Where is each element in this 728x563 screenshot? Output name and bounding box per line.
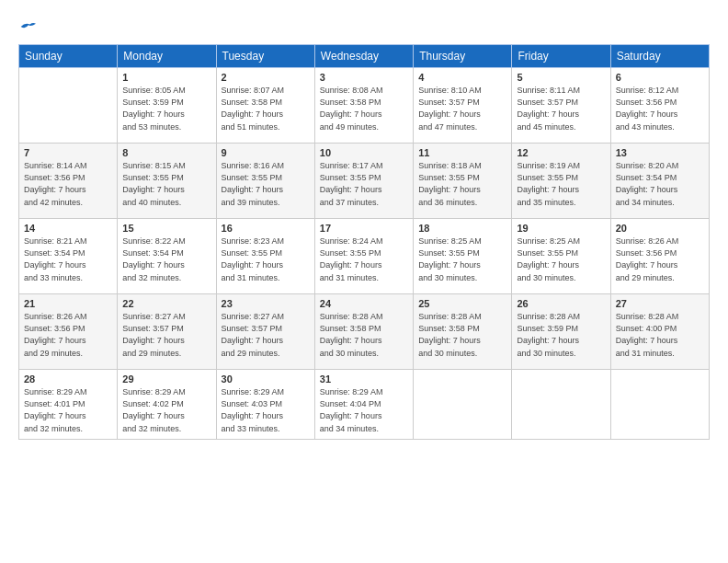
- calendar-day-cell: 4Sunrise: 8:10 AM Sunset: 3:57 PM Daylig…: [414, 68, 512, 144]
- calendar-day-cell: 21Sunrise: 8:26 AM Sunset: 3:56 PM Dayli…: [19, 294, 118, 370]
- calendar-day-cell: 30Sunrise: 8:29 AM Sunset: 4:03 PM Dayli…: [216, 370, 314, 439]
- calendar-week-row: 14Sunrise: 8:21 AM Sunset: 3:54 PM Dayli…: [19, 219, 710, 294]
- calendar-day-cell: 27Sunrise: 8:28 AM Sunset: 4:00 PM Dayli…: [610, 294, 709, 370]
- day-info: Sunrise: 8:26 AM Sunset: 3:56 PM Dayligh…: [616, 236, 704, 283]
- day-info: Sunrise: 8:25 AM Sunset: 3:55 PM Dayligh…: [517, 236, 605, 283]
- day-number: 21: [24, 298, 112, 309]
- calendar-day-cell: 13Sunrise: 8:20 AM Sunset: 3:54 PM Dayli…: [610, 144, 709, 219]
- day-info: Sunrise: 8:27 AM Sunset: 3:57 PM Dayligh…: [122, 311, 210, 359]
- day-number: 22: [122, 298, 210, 309]
- calendar-day-cell: 10Sunrise: 8:17 AM Sunset: 3:55 PM Dayli…: [314, 144, 413, 219]
- calendar-day-cell: 19Sunrise: 8:25 AM Sunset: 3:55 PM Dayli…: [512, 219, 610, 294]
- calendar-week-row: 21Sunrise: 8:26 AM Sunset: 3:56 PM Dayli…: [19, 294, 710, 370]
- day-info: Sunrise: 8:19 AM Sunset: 3:55 PM Dayligh…: [517, 160, 605, 208]
- calendar-day-header: Saturday: [610, 45, 709, 68]
- calendar-week-row: 7Sunrise: 8:14 AM Sunset: 3:56 PM Daylig…: [19, 144, 710, 219]
- day-number: 3: [320, 72, 408, 83]
- logo-bird-icon: [19, 20, 36, 33]
- day-info: Sunrise: 8:10 AM Sunset: 3:57 PM Dayligh…: [418, 85, 506, 132]
- day-info: Sunrise: 8:05 AM Sunset: 3:59 PM Dayligh…: [122, 85, 210, 132]
- calendar-day-header: Monday: [118, 45, 216, 68]
- day-number: 23: [222, 298, 310, 309]
- day-number: 14: [24, 223, 112, 234]
- calendar-day-cell: 31Sunrise: 8:29 AM Sunset: 4:04 PM Dayli…: [314, 370, 413, 439]
- calendar-week-row: 28Sunrise: 8:29 AM Sunset: 4:01 PM Dayli…: [19, 370, 710, 439]
- logo-text: [18, 17, 36, 35]
- calendar-day-header: Friday: [512, 45, 610, 68]
- day-info: Sunrise: 8:28 AM Sunset: 4:00 PM Dayligh…: [616, 311, 704, 359]
- calendar-day-cell: 25Sunrise: 8:28 AM Sunset: 3:58 PM Dayli…: [414, 294, 512, 370]
- day-number: 31: [320, 373, 408, 385]
- page: SundayMondayTuesdayWednesdayThursdayFrid…: [0, 0, 728, 563]
- calendar-day-header: Wednesday: [314, 45, 413, 68]
- day-number: 13: [616, 147, 704, 158]
- calendar-table: SundayMondayTuesdayWednesdayThursdayFrid…: [18, 44, 710, 439]
- day-info: Sunrise: 8:29 AM Sunset: 4:01 PM Dayligh…: [24, 386, 112, 434]
- calendar-day-cell: 2Sunrise: 8:07 AM Sunset: 3:58 PM Daylig…: [216, 68, 314, 144]
- calendar-day-header: Sunday: [19, 45, 118, 68]
- day-info: Sunrise: 8:28 AM Sunset: 3:58 PM Dayligh…: [418, 311, 506, 359]
- day-info: Sunrise: 8:07 AM Sunset: 3:58 PM Dayligh…: [222, 85, 310, 132]
- calendar-day-cell: 6Sunrise: 8:12 AM Sunset: 3:56 PM Daylig…: [610, 68, 709, 144]
- calendar-day-cell: 20Sunrise: 8:26 AM Sunset: 3:56 PM Dayli…: [610, 219, 709, 294]
- day-number: 15: [122, 223, 210, 234]
- day-number: 28: [24, 373, 112, 385]
- day-number: 12: [517, 147, 605, 158]
- day-number: 26: [517, 298, 605, 309]
- day-number: 25: [418, 298, 506, 309]
- calendar-header-row: SundayMondayTuesdayWednesdayThursdayFrid…: [19, 45, 710, 68]
- calendar-day-cell: 7Sunrise: 8:14 AM Sunset: 3:56 PM Daylig…: [19, 144, 118, 219]
- day-info: Sunrise: 8:28 AM Sunset: 3:58 PM Dayligh…: [320, 311, 408, 359]
- day-info: Sunrise: 8:25 AM Sunset: 3:55 PM Dayligh…: [418, 236, 506, 283]
- day-number: 19: [517, 223, 605, 234]
- day-info: Sunrise: 8:29 AM Sunset: 4:02 PM Dayligh…: [122, 386, 210, 434]
- day-number: 6: [616, 72, 704, 83]
- day-info: Sunrise: 8:17 AM Sunset: 3:55 PM Dayligh…: [320, 160, 408, 208]
- day-info: Sunrise: 8:29 AM Sunset: 4:03 PM Dayligh…: [222, 386, 310, 434]
- calendar-day-cell: 14Sunrise: 8:21 AM Sunset: 3:54 PM Dayli…: [19, 219, 118, 294]
- day-number: 30: [222, 373, 310, 385]
- calendar-week-row: 1Sunrise: 8:05 AM Sunset: 3:59 PM Daylig…: [19, 68, 710, 144]
- day-number: 5: [517, 72, 605, 83]
- day-number: 10: [320, 147, 408, 158]
- day-info: Sunrise: 8:24 AM Sunset: 3:55 PM Dayligh…: [320, 236, 408, 283]
- calendar-day-cell: 18Sunrise: 8:25 AM Sunset: 3:55 PM Dayli…: [414, 219, 512, 294]
- calendar-day-cell: 3Sunrise: 8:08 AM Sunset: 3:58 PM Daylig…: [314, 68, 413, 144]
- day-info: Sunrise: 8:20 AM Sunset: 3:54 PM Dayligh…: [616, 160, 704, 208]
- day-info: Sunrise: 8:11 AM Sunset: 3:57 PM Dayligh…: [517, 85, 605, 132]
- calendar-day-cell: 8Sunrise: 8:15 AM Sunset: 3:55 PM Daylig…: [118, 144, 216, 219]
- day-number: 29: [122, 373, 210, 385]
- day-number: 27: [616, 298, 704, 309]
- day-info: Sunrise: 8:14 AM Sunset: 3:56 PM Dayligh…: [24, 160, 112, 208]
- day-info: Sunrise: 8:29 AM Sunset: 4:04 PM Dayligh…: [320, 386, 408, 434]
- calendar-day-cell: 1Sunrise: 8:05 AM Sunset: 3:59 PM Daylig…: [118, 68, 216, 144]
- calendar-day-cell: 22Sunrise: 8:27 AM Sunset: 3:57 PM Dayli…: [118, 294, 216, 370]
- calendar-day-cell: 28Sunrise: 8:29 AM Sunset: 4:01 PM Dayli…: [19, 370, 118, 439]
- day-info: Sunrise: 8:21 AM Sunset: 3:54 PM Dayligh…: [24, 236, 112, 283]
- day-number: 20: [616, 223, 704, 234]
- calendar-day-cell: 9Sunrise: 8:16 AM Sunset: 3:55 PM Daylig…: [216, 144, 314, 219]
- calendar-day-cell: 29Sunrise: 8:29 AM Sunset: 4:02 PM Dayli…: [118, 370, 216, 439]
- calendar-day-cell: [512, 370, 610, 439]
- day-number: 7: [24, 147, 112, 158]
- calendar-day-cell: 24Sunrise: 8:28 AM Sunset: 3:58 PM Dayli…: [314, 294, 413, 370]
- day-info: Sunrise: 8:16 AM Sunset: 3:55 PM Dayligh…: [222, 160, 310, 208]
- day-number: 8: [122, 147, 210, 158]
- day-info: Sunrise: 8:22 AM Sunset: 3:54 PM Dayligh…: [122, 236, 210, 283]
- calendar-day-cell: 12Sunrise: 8:19 AM Sunset: 3:55 PM Dayli…: [512, 144, 610, 219]
- day-info: Sunrise: 8:26 AM Sunset: 3:56 PM Dayligh…: [24, 311, 112, 359]
- day-info: Sunrise: 8:18 AM Sunset: 3:55 PM Dayligh…: [418, 160, 506, 208]
- calendar-day-cell: 11Sunrise: 8:18 AM Sunset: 3:55 PM Dayli…: [414, 144, 512, 219]
- calendar-day-cell: 15Sunrise: 8:22 AM Sunset: 3:54 PM Dayli…: [118, 219, 216, 294]
- calendar-day-cell: [414, 370, 512, 439]
- day-number: 18: [418, 223, 506, 234]
- day-number: 9: [222, 147, 310, 158]
- calendar-day-cell: 26Sunrise: 8:28 AM Sunset: 3:59 PM Dayli…: [512, 294, 610, 370]
- calendar-day-cell: 5Sunrise: 8:11 AM Sunset: 3:57 PM Daylig…: [512, 68, 610, 144]
- day-number: 4: [418, 72, 506, 83]
- day-number: 16: [222, 223, 310, 234]
- calendar-day-header: Thursday: [414, 45, 512, 68]
- day-info: Sunrise: 8:23 AM Sunset: 3:55 PM Dayligh…: [222, 236, 310, 283]
- day-info: Sunrise: 8:28 AM Sunset: 3:59 PM Dayligh…: [517, 311, 605, 359]
- logo: [18, 17, 36, 35]
